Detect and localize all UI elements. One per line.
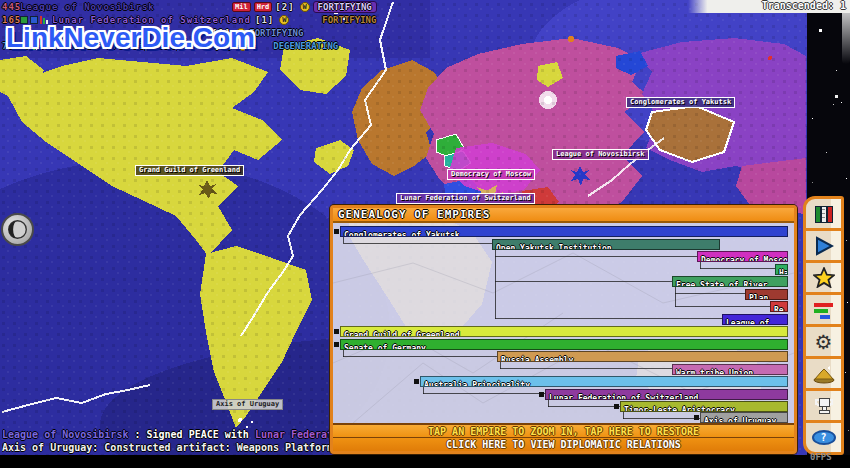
sidebar-tab-play[interactable] xyxy=(806,231,841,263)
event-log: League of Novosibirsk : Signed PEACE wit… xyxy=(2,428,332,454)
swirl-icon xyxy=(6,218,29,241)
genealogy-empire-bar[interactable]: Grand Guild of Greenland xyxy=(340,326,788,337)
tree-connector xyxy=(623,418,700,419)
tree-node-marker xyxy=(334,342,339,347)
genealogy-empire-bar[interactable]: Democracy of Moscow xyxy=(697,251,788,262)
tree-connector xyxy=(343,356,497,357)
tree-connector xyxy=(500,368,672,369)
genealogy-empire-label: League of xyxy=(723,319,769,325)
help-icon: ? xyxy=(812,430,836,445)
tree-connector xyxy=(675,306,770,307)
genealogy-empire-bar[interactable]: Senate of Germany xyxy=(340,339,788,350)
genealogy-empire-label: Russia Assembly xyxy=(498,356,573,362)
tree-connector xyxy=(495,281,672,282)
tree-connector xyxy=(548,406,620,407)
event-log-line: League of Novosibirsk : Signed PEACE wit… xyxy=(2,428,332,441)
tree-node-marker xyxy=(334,229,339,234)
tree-node-marker xyxy=(614,404,619,409)
tree-connector xyxy=(495,318,722,319)
genealogy-empire-label: Plan xyxy=(746,294,768,300)
ticker-row-1[interactable]: 445 League of Novosibirsk Mil Hrd [2] W … xyxy=(2,1,377,12)
genealogy-empire-bar[interactable]: Open Yakutsk Institution xyxy=(492,239,720,250)
tree-connector xyxy=(700,268,775,269)
map-mode-button[interactable] xyxy=(1,213,34,246)
genealogy-empire-label: Australia Principality xyxy=(421,381,530,387)
gear-icon: ⚙ xyxy=(815,332,833,352)
star-icon xyxy=(813,267,835,288)
sand-pile-icon xyxy=(813,364,835,384)
tree-connector xyxy=(495,256,697,257)
genealogy-empire-bar[interactable]: Free State of River xyxy=(672,276,788,287)
tree-node-marker xyxy=(539,392,544,397)
event-log-line: Axis of Uruguay: Constructed artifact: W… xyxy=(2,441,332,454)
tree-connector xyxy=(423,393,545,394)
war-count: [2] xyxy=(275,2,294,12)
sidebar: ⚙ ? xyxy=(803,196,844,455)
genealogy-panel: GENEALOGY OF EMPIRES Conglomerates of Ya… xyxy=(330,205,797,454)
sidebar-tab-stats[interactable] xyxy=(806,295,841,327)
letterbox-bar xyxy=(0,455,850,468)
genealogy-empire-bar[interactable]: Axis of Uruguay xyxy=(700,412,788,423)
sidebar-tab-help[interactable]: ? xyxy=(806,423,841,452)
sidebar-tab-favorites[interactable] xyxy=(806,263,841,295)
genealogy-empire-label: Hal xyxy=(776,269,788,275)
genealogy-empire-bar[interactable]: Hal xyxy=(775,264,788,275)
genealogy-empire-label: Axis of Uruguay xyxy=(701,417,776,423)
tree-node-marker xyxy=(694,415,699,420)
genealogy-empire-bar[interactable]: Australia Principality xyxy=(420,376,788,387)
empire-status: FORTIFYING xyxy=(249,28,303,38)
genealogy-empire-bar[interactable]: Warm tribe Union xyxy=(672,364,788,375)
watermark: LinkNeverDie.Com xyxy=(6,22,255,54)
genealogy-empire-label: Warm tribe Union xyxy=(673,369,753,375)
map-empire-label[interactable]: Axis of Uruguay xyxy=(212,399,283,410)
sidebar-tab-sandbox[interactable] xyxy=(806,359,841,391)
tree-connector xyxy=(675,293,745,294)
genealogy-tree: Conglomerates of YakutskOpen Yakutsk Ins… xyxy=(333,223,794,423)
map-empire-label[interactable]: Lunar Federation of Switzerland xyxy=(396,193,535,204)
war-icon: W xyxy=(279,15,289,25)
sidebar-tab-empires[interactable] xyxy=(806,199,841,231)
tree-connector xyxy=(343,243,492,244)
diplomatic-relations-button[interactable]: CLICK HERE TO VIEW DIPLOMATIC RELATIONS xyxy=(333,437,794,451)
empire-strength: 445 xyxy=(2,2,20,12)
genealogy-empire-label: Free State of River xyxy=(673,281,768,287)
genealogy-empire-label: Lunar Federation of Switzerland xyxy=(546,394,698,400)
genealogy-empire-label: Re xyxy=(771,306,784,312)
hrd-badge: Hrd xyxy=(254,2,273,12)
genealogy-empire-bar[interactable]: League of xyxy=(722,314,788,325)
genealogy-empire-bar[interactable]: Russia Assembly xyxy=(497,351,788,362)
empire-status: FORTIFYING xyxy=(313,1,377,13)
genealogy-empire-bar[interactable]: Re xyxy=(770,301,788,312)
sidebar-tab-settings[interactable]: ⚙ xyxy=(806,327,841,359)
genealogy-empire-label: Democracy of Moscow xyxy=(698,256,788,262)
war-count: [1] xyxy=(255,15,274,25)
genealogy-empire-bar[interactable]: Plan xyxy=(745,289,788,300)
empire-status: DEGENERATING xyxy=(273,41,338,51)
tree-node-marker xyxy=(414,379,419,384)
genealogy-empire-label: Open Yakutsk Institution xyxy=(493,244,612,250)
tree-node-marker xyxy=(334,329,339,334)
map-empire-label[interactable]: Conglomerates of Yakutsk xyxy=(626,97,735,108)
stats-chart-icon xyxy=(813,300,835,320)
map-empire-label[interactable]: League of Novosibirsk xyxy=(552,149,649,160)
fps-counter: 0FPS xyxy=(810,452,832,462)
trophy-icon xyxy=(814,396,834,416)
genealogy-empire-label: Senate of Germany xyxy=(341,344,426,350)
restore-zoom-button[interactable]: TAP AN EMPIRE TO ZOOM IN, TAP HERE TO RE… xyxy=(333,423,794,437)
map-empire-label[interactable]: Democracy of Moscow xyxy=(447,169,535,180)
map-empire-label[interactable]: Grand Guild of Greenland xyxy=(135,165,244,176)
game-screen: Grand Guild of GreenlandLeague of Novosi… xyxy=(0,0,850,468)
empire-status: FORTIFYING xyxy=(322,15,376,25)
transcended-counter: Transcended: 1 xyxy=(688,0,850,13)
genealogy-empire-label: Grand Guild of Greenland xyxy=(341,331,460,337)
war-icon: W xyxy=(300,2,310,12)
empire-name: League of Novosibirsk xyxy=(20,2,232,12)
genealogy-empire-bar[interactable]: Timor-Leste Aristocracy xyxy=(620,401,788,412)
genealogy-empire-bar[interactable]: Conglomerates of Yakutsk xyxy=(340,226,788,237)
genealogy-empire-label: Conglomerates of Yakutsk xyxy=(341,231,460,237)
sidebar-tab-achievements[interactable] xyxy=(806,391,841,423)
panel-title: GENEALOGY OF EMPIRES xyxy=(333,208,794,223)
play-icon xyxy=(814,236,834,256)
empire-flags-icon xyxy=(814,205,834,223)
genealogy-empire-bar[interactable]: Lunar Federation of Switzerland xyxy=(545,389,788,400)
